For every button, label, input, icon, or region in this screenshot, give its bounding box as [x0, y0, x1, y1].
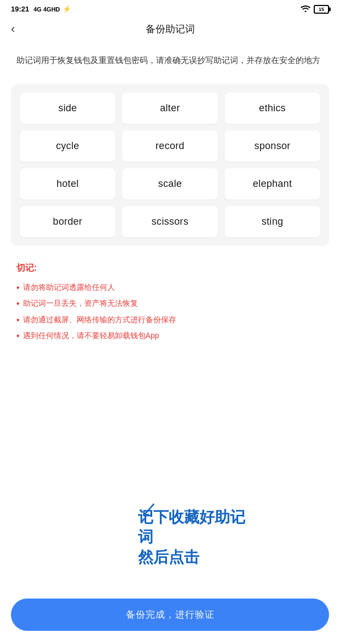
word-text: ethics	[259, 102, 286, 114]
annotation-overlay: ↙ 记下收藏好助记 词 然后点击	[138, 488, 245, 567]
mnemonic-container: side alter ethics cycle record sponsor h…	[11, 84, 329, 246]
back-button[interactable]: ‹	[11, 22, 15, 36]
warning-list-item: 遇到任何情况，请不要轻易卸载钱包App	[16, 329, 324, 343]
description-content: 助记词用于恢复钱包及重置钱包密码，请准确无误抄写助记词，并存放在安全的地方	[16, 55, 320, 65]
page-title: 备份助记词	[146, 22, 195, 36]
word-card: hotel	[20, 168, 116, 200]
bottom-button-container: 备份完成，进行验证	[0, 590, 340, 644]
status-bar: 19:21 4G 4GHD ⚡ 15	[0, 0, 340, 16]
mnemonic-grid: side alter ethics cycle record sponsor h…	[20, 93, 320, 237]
battery-indicator: 15	[314, 5, 329, 14]
warning-title: 切记:	[16, 263, 324, 274]
word-card: sponsor	[224, 130, 320, 162]
word-card: elephant	[224, 168, 320, 200]
word-card: alter	[122, 93, 218, 124]
annotation-text-line1: 记下收藏好助记 词 然后点击	[138, 508, 245, 567]
word-card: scissors	[122, 206, 218, 237]
word-card: border	[20, 206, 116, 237]
warning-list-item: 助记词一旦丢失，资产将无法恢复	[16, 297, 324, 311]
word-text: border	[53, 216, 83, 227]
description-text: 助记词用于恢复钱包及重置钱包密码，请准确无误抄写助记词，并存放在安全的地方	[0, 42, 340, 78]
word-card: cycle	[20, 130, 116, 162]
word-text: record	[155, 140, 185, 152]
word-text: alter	[160, 102, 180, 114]
confirm-backup-button[interactable]: 备份完成，进行验证	[11, 599, 329, 631]
word-text: hotel	[56, 178, 79, 190]
status-right: 15	[301, 4, 329, 14]
word-card: record	[122, 130, 218, 162]
warning-section: 切记: 请勿将助记词透露给任何人助记词一旦丢失，资产将无法恢复请勿通过截屏、网络…	[0, 257, 340, 356]
status-time: 19:21	[11, 5, 29, 13]
word-card: scale	[122, 168, 218, 200]
wechat-icon: ⚡	[62, 5, 71, 13]
battery-percent: 15	[319, 7, 324, 12]
word-text: side	[58, 102, 77, 114]
word-text: cycle	[56, 140, 79, 152]
warning-list-item: 请勿将助记词透露给任何人	[16, 281, 324, 295]
word-text: scissors	[152, 216, 188, 227]
warning-list: 请勿将助记词透露给任何人助记词一旦丢失，资产将无法恢复请勿通过截屏、网络传输的方…	[16, 281, 324, 343]
word-card: sting	[224, 206, 320, 237]
word-text: elephant	[253, 178, 292, 190]
word-text: sponsor	[254, 140, 290, 152]
word-card: side	[20, 93, 116, 124]
word-text: sting	[262, 216, 284, 227]
annotation-arrow-icon: ↙	[137, 481, 246, 522]
status-left: 19:21 4G 4GHD ⚡	[11, 5, 71, 13]
wifi-icon	[301, 4, 310, 14]
network-type: 4G 4GHD	[33, 6, 60, 13]
header: ‹ 备份助记词	[0, 16, 340, 42]
word-card: ethics	[224, 93, 320, 124]
word-text: scale	[158, 178, 182, 190]
warning-list-item: 请勿通过截屏、网络传输的方式进行备份保存	[16, 313, 324, 327]
